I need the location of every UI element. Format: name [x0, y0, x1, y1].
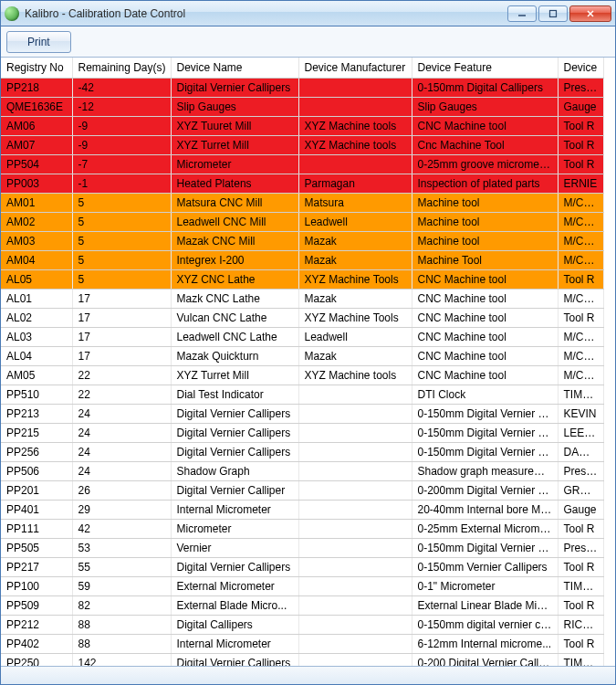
cell-name: Dial Test Indicator [171, 385, 298, 405]
cell-feat: 0-1" Micrometer [412, 577, 558, 596]
cell-name: External Micrometer [171, 577, 298, 596]
cell-mfr: Leadwell [298, 328, 412, 347]
cell-days: 42 [72, 520, 171, 539]
cell-name: Integrex I-200 [171, 251, 298, 270]
cell-reg: PP212 [1, 616, 72, 635]
cell-feat: 0-150mm Digital Callipers [412, 79, 558, 98]
cell-dev: Press s [558, 462, 603, 481]
cell-reg: PP509 [1, 596, 72, 616]
table-row[interactable]: AL0217Vulcan CNC LatheXYZ Machine ToolsC… [1, 309, 603, 328]
table-row[interactable]: PP25624Digital Vernier Callipers0-150mm … [1, 443, 603, 462]
table-row[interactable]: PP10059External Micrometer0-1" Micromete… [1, 577, 603, 596]
cell-mfr [298, 443, 412, 462]
maximize-button[interactable] [538, 5, 568, 22]
table-row[interactable]: PP504-7Micrometer0-25mm groove micromete… [1, 155, 603, 174]
cell-reg: AL01 [1, 290, 72, 309]
table-row[interactable]: PP21755Digital Vernier Callipers0-150mm … [1, 558, 603, 577]
table-row[interactable]: AL0317Leadwell CNC LatheLeadwellCNC Mach… [1, 328, 603, 347]
col-header-days[interactable]: Remaining Day(s) [72, 58, 171, 79]
close-button[interactable] [569, 5, 611, 22]
titlebar: Kalibro - Calibration Date Control [1, 1, 615, 26]
cell-dev: Tool R [558, 558, 603, 577]
cell-reg: PP506 [1, 462, 72, 481]
cell-mfr: XYZ Machine Tools [298, 270, 412, 290]
cell-name: XYZ Turret Mill [171, 366, 298, 385]
cell-mfr [298, 79, 412, 98]
cell-days: 22 [72, 366, 171, 385]
grid-scroll[interactable]: Registry No Remaining Day(s) Device Name… [1, 58, 615, 666]
cell-dev: Tool R [558, 596, 603, 616]
table-row[interactable]: AM06-9XYZ Tuuret MillXYZ Machine toolsCN… [1, 117, 603, 136]
cell-reg: PP215 [1, 424, 72, 443]
table-row[interactable]: AM025Leadwell CNC MillLeadwellMachine to… [1, 213, 603, 232]
cell-mfr [298, 424, 412, 443]
cell-name: Mazak CNC Mill [171, 232, 298, 251]
cell-mfr [298, 385, 412, 405]
cell-feat: CNC Machine tool [412, 347, 558, 366]
col-header-manufacturer[interactable]: Device Manufacturer [298, 58, 412, 79]
cell-days: 24 [72, 462, 171, 481]
cell-days: -7 [72, 155, 171, 174]
cell-mfr [298, 596, 412, 616]
table-row[interactable]: PP50982External Blade Micro...External L… [1, 596, 603, 616]
cell-dev: Tool R [558, 635, 603, 654]
col-header-feature[interactable]: Device Feature [412, 58, 558, 79]
cell-days: -9 [72, 136, 171, 155]
cell-dev: M/C Sh [558, 366, 603, 385]
cell-dev: Gauge [558, 98, 603, 117]
table-row[interactable]: PP40129Internal Micrometer20-40mm Intern… [1, 501, 603, 520]
table-row[interactable]: PP11142Micrometer0-25mm External Microme… [1, 520, 603, 539]
table-row[interactable]: PP51022Dial Test IndicatorDTI ClockTIMOT [1, 385, 603, 405]
cell-reg: PP003 [1, 174, 72, 194]
cell-feat: CNC Machine tool [412, 309, 558, 328]
cell-name: Heated Platens [171, 174, 298, 194]
table-row[interactable]: AM07-9XYZ Turret MillXYZ Machine toolsCn… [1, 136, 603, 155]
cell-feat: 6-12mm Internal microme... [412, 635, 558, 654]
cell-feat: CNC Machine tool [412, 290, 558, 309]
cell-reg: AL03 [1, 328, 72, 347]
cell-dev: M/C Sh [558, 251, 603, 270]
col-header-device[interactable]: Device [558, 58, 603, 79]
cell-name: Digital Vernier Callipers [171, 443, 298, 462]
cell-name: Digital Vernier Callipers [171, 654, 298, 667]
table-row[interactable]: PP21288Digital Callipers0-150mm digital … [1, 616, 603, 635]
cell-reg: PP111 [1, 520, 72, 539]
print-button[interactable]: Print [6, 31, 71, 53]
table-row[interactable]: AM0522XYZ Turret MillXYZ Machine toolsCN… [1, 366, 603, 385]
cell-dev: DANIEL [558, 443, 603, 462]
table-row[interactable]: AM045Integrex I-200MazakMachine ToolM/C … [1, 251, 603, 270]
col-header-registry[interactable]: Registry No [1, 58, 72, 79]
table-row[interactable]: PP21524Digital Vernier Callipers0-150mm … [1, 424, 603, 443]
cell-dev: TIMOT [558, 654, 603, 667]
cell-feat: Slip Gauges [412, 98, 558, 117]
table-row[interactable]: PP20126Digital Vernier Calliper0-200mm D… [1, 481, 603, 501]
calibration-table: Registry No Remaining Day(s) Device Name… [1, 58, 604, 666]
window-title: Kalibro - Calibration Date Control [25, 7, 506, 20]
cell-days: 88 [72, 616, 171, 635]
table-row[interactable]: PP40288Internal Micrometer6-12mm Interna… [1, 635, 603, 654]
table-row[interactable]: PP50624Shadow GraphShadow graph measurem… [1, 462, 603, 481]
table-row[interactable]: AM035Mazak CNC MillMazakMachine toolM/C … [1, 232, 603, 251]
table-row[interactable]: PP21324Digital Vernier Callipers0-150mm … [1, 405, 603, 424]
table-row[interactable]: PP003-1Heated PlatensParmaganInspection … [1, 174, 603, 194]
cell-days: 88 [72, 635, 171, 654]
table-row[interactable]: PP218-42Digital Vernier Callipers0-150mm… [1, 79, 603, 98]
table-row[interactable]: AM015Matsura CNC MillMatsuraMachine tool… [1, 194, 603, 213]
table-row[interactable]: PP250142Digital Vernier Callipers0-200 D… [1, 654, 603, 667]
app-icon [5, 6, 19, 21]
cell-name: Digital Vernier Callipers [171, 424, 298, 443]
table-row[interactable]: AL0417Mazak QuickturnMazakCNC Machine to… [1, 347, 603, 366]
table-row[interactable]: AL0117Mazk CNC LatheMazakCNC Machine too… [1, 290, 603, 309]
cell-feat: Inspection of plated parts [412, 174, 558, 194]
col-header-name[interactable]: Device Name [171, 58, 298, 79]
cell-name: Micrometer [171, 520, 298, 539]
cell-feat: Cnc Machine Tool [412, 136, 558, 155]
cell-dev: Press s [558, 539, 603, 558]
cell-mfr [298, 635, 412, 654]
cell-mfr [298, 616, 412, 635]
minimize-button[interactable] [507, 5, 537, 22]
table-row[interactable]: AL055XYZ CNC LatheXYZ Machine ToolsCNC M… [1, 270, 603, 290]
cell-days: 5 [72, 270, 171, 290]
table-row[interactable]: QME1636E-12Slip GaugesSlip GaugesGauge [1, 98, 603, 117]
table-row[interactable]: PP50553Vernier0-150mm Digital Vernier C.… [1, 539, 603, 558]
